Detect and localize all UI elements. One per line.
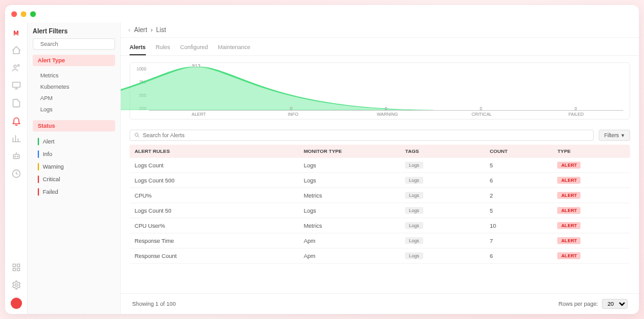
table-row[interactable]: Logs Count 500LogsLogs6ALERT bbox=[130, 173, 630, 188]
crumb[interactable]: List bbox=[156, 26, 166, 33]
filter-item[interactable]: Metrics bbox=[33, 70, 115, 81]
alerts-search-input[interactable] bbox=[143, 132, 589, 138]
sidebar-search[interactable] bbox=[33, 38, 115, 50]
chart-value: 0 bbox=[480, 106, 482, 111]
filter-item[interactable]: Logs bbox=[33, 104, 115, 115]
type-badge: ALERT bbox=[557, 252, 580, 259]
close-dot[interactable] bbox=[11, 11, 17, 17]
cell-monitor: Apm bbox=[304, 238, 405, 244]
tab-maintenance[interactable]: Maintenance bbox=[218, 42, 251, 55]
filter-item[interactable]: APM bbox=[33, 92, 115, 104]
cell-tag: Logs bbox=[405, 177, 489, 184]
sidebar-search-input[interactable] bbox=[40, 41, 111, 47]
minimize-dot[interactable] bbox=[21, 11, 26, 17]
cell-monitor: Metrics bbox=[304, 193, 405, 199]
monitor-icon[interactable] bbox=[11, 81, 21, 91]
status-filter[interactable]: Warning bbox=[33, 160, 115, 173]
status-filter[interactable]: Critical bbox=[33, 173, 115, 186]
cell-monitor: Logs bbox=[304, 177, 405, 184]
tag: Logs bbox=[405, 177, 423, 184]
table-row[interactable]: Response TimeApmLogs7ALERT bbox=[130, 233, 630, 249]
status-filter[interactable]: Failed bbox=[33, 186, 115, 198]
chart-plot: 9130000 bbox=[149, 67, 623, 111]
table-row[interactable]: Response CountApmLogs6ALERT bbox=[130, 249, 630, 264]
tab-configured[interactable]: Configured bbox=[180, 42, 208, 55]
tab-rules[interactable]: Rules bbox=[156, 42, 170, 55]
cell-type: ALERT bbox=[557, 177, 625, 184]
maximize-dot[interactable] bbox=[30, 11, 36, 17]
status-filter[interactable]: Alert bbox=[33, 135, 115, 148]
chevron-down-icon: ▾ bbox=[621, 132, 625, 138]
table-row[interactable]: Logs CountLogsLogs5ALERT bbox=[130, 158, 630, 173]
toolbar: Filters ▾ bbox=[121, 126, 639, 145]
tag: Logs bbox=[405, 207, 423, 214]
bot-icon[interactable] bbox=[11, 151, 21, 161]
cell-rule: CPU User% bbox=[135, 223, 304, 229]
tab-alerts[interactable]: Alerts bbox=[130, 42, 146, 55]
cell-tag: Logs bbox=[405, 192, 489, 199]
chart-value: 0 bbox=[385, 106, 387, 111]
filters-button[interactable]: Filters ▾ bbox=[599, 130, 630, 141]
status-label: Info bbox=[43, 151, 52, 157]
column-header[interactable]: MONITOR TYPE bbox=[304, 148, 405, 154]
chart-category: WARNING bbox=[340, 111, 435, 116]
grid-icon[interactable] bbox=[11, 262, 21, 272]
nav-rail: ᴍ bbox=[5, 23, 28, 314]
clock-icon[interactable] bbox=[11, 169, 21, 179]
svg-point-10 bbox=[15, 284, 18, 286]
tag: Logs bbox=[405, 237, 423, 244]
avatar[interactable] bbox=[11, 298, 22, 309]
cell-rule: Response Count bbox=[135, 253, 304, 259]
table-row[interactable]: CPU User%MetricsLogs10ALERT bbox=[130, 218, 630, 233]
chart-category: ALERT bbox=[152, 111, 246, 116]
bell-icon[interactable] bbox=[11, 116, 21, 126]
svg-rect-8 bbox=[13, 268, 15, 271]
tag: Logs bbox=[405, 192, 423, 199]
status-label: Warning bbox=[43, 164, 64, 170]
chart-icon[interactable] bbox=[11, 133, 21, 143]
rows-per-page-select[interactable]: 20 bbox=[602, 299, 628, 309]
chart-category: CRITICAL bbox=[435, 111, 529, 116]
logo-icon: ᴍ bbox=[11, 28, 21, 38]
column-header[interactable]: COUNT bbox=[490, 148, 558, 154]
status-color-bar bbox=[38, 150, 39, 158]
column-header[interactable]: TAGS bbox=[405, 148, 489, 154]
chart-xaxis: ALERTINFOWARNINGCRITICALFAILED bbox=[152, 111, 623, 116]
cell-count: 5 bbox=[490, 162, 558, 169]
table-row[interactable]: Logs Count 50LogsLogs5ALERT bbox=[130, 203, 630, 218]
titlebar bbox=[5, 5, 639, 23]
cell-type: ALERT bbox=[557, 162, 625, 169]
column-header[interactable]: ALERT RULES bbox=[135, 148, 304, 154]
cell-rule: Logs Count 50 bbox=[135, 208, 304, 214]
chart: 1000750500250 9130000 ALERTINFOWARNINGCR… bbox=[130, 62, 630, 120]
crumb[interactable]: Alert bbox=[134, 26, 147, 33]
cell-count: 2 bbox=[490, 193, 558, 199]
chart-category: INFO bbox=[246, 111, 340, 116]
status-color-bar bbox=[38, 176, 39, 183]
svg-rect-6 bbox=[13, 264, 15, 267]
filter-item[interactable]: Kubernetes bbox=[33, 81, 115, 92]
type-badge: ALERT bbox=[557, 192, 580, 199]
cell-monitor: Logs bbox=[304, 208, 405, 214]
svg-rect-9 bbox=[17, 268, 19, 271]
chart-category: FAILED bbox=[529, 111, 623, 116]
type-badge: ALERT bbox=[557, 237, 580, 244]
showing-text: Showing 1 of 100 bbox=[132, 301, 176, 307]
table-header: ALERT RULESMONITOR TYPETAGSCOUNTTYPE bbox=[130, 145, 630, 158]
cell-type: ALERT bbox=[557, 237, 625, 244]
column-header[interactable]: TYPE bbox=[557, 148, 625, 154]
type-badge: ALERT bbox=[557, 177, 580, 184]
sidebar: Alert Filters Alert TypeMetricsKubernete… bbox=[28, 23, 121, 314]
cell-tag: Logs bbox=[405, 222, 489, 229]
home-icon[interactable] bbox=[11, 45, 21, 55]
file-icon[interactable] bbox=[11, 98, 21, 108]
users-icon[interactable] bbox=[11, 63, 21, 73]
alerts-search[interactable] bbox=[130, 130, 594, 141]
gear-icon[interactable] bbox=[11, 280, 21, 290]
cell-tag: Logs bbox=[405, 207, 489, 214]
status-filter[interactable]: Info bbox=[33, 148, 115, 160]
cell-type: ALERT bbox=[557, 252, 625, 259]
svg-rect-7 bbox=[17, 264, 19, 267]
back-icon[interactable]: ‹ bbox=[128, 26, 130, 33]
table-row[interactable]: CPU%MetricsLogs2ALERT bbox=[130, 188, 630, 203]
